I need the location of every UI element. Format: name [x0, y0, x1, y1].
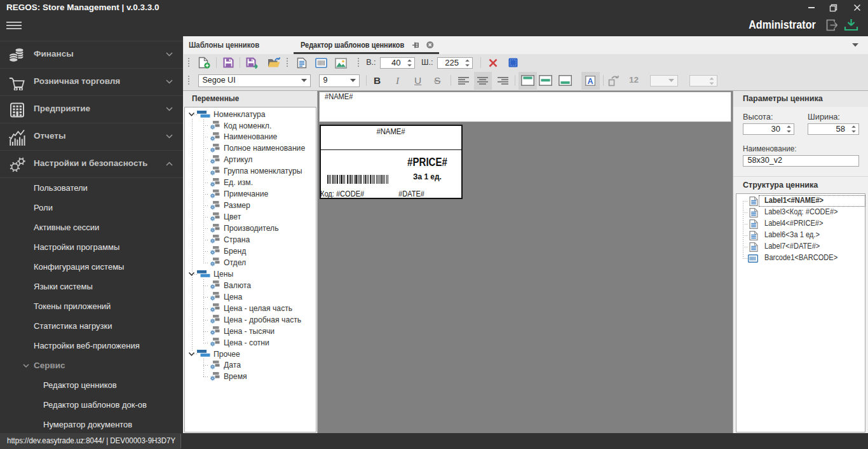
- svg-text:A: A: [587, 76, 593, 85]
